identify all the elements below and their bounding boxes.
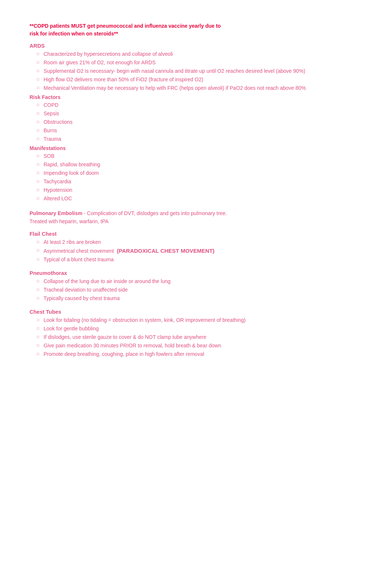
ards-heading: ARDS [30, 43, 362, 49]
list-item: Sepsis [37, 110, 362, 118]
list-item: Supplemental O2 is necessary- begin with… [37, 67, 362, 75]
manifestations-list: SOB Rapid, shallow breathing Impending l… [30, 152, 362, 203]
chest-tubes-bullets: Look for tidaling (no tidaling = obstruc… [30, 316, 362, 358]
risk-factors-list: COPD Sepsis Obstructions Burns Trauma [30, 101, 362, 143]
list-item: Mechanical Ventilation may be necessary … [37, 84, 362, 92]
list-item: Typical of a blunt chest trauma [37, 256, 362, 263]
flail-chest-bullets: At least 2 ribs are broken Asymmetrical … [30, 238, 362, 264]
top-note-line2: risk for infection when on steroids** [30, 30, 362, 38]
pneumothorax-heading: Pneumothorax [30, 270, 362, 276]
chest-tubes-section: Chest Tubes Look for tidaling (no tidali… [30, 309, 362, 358]
list-item: Obstructions [37, 118, 362, 126]
pneumothorax-section: Pneumothorax Collapse of the lung due to… [30, 270, 362, 302]
list-item: Rapid, shallow breathing [37, 161, 362, 169]
manifestations-heading: Manifestations [30, 145, 362, 151]
chest-tubes-heading: Chest Tubes [30, 309, 362, 315]
risk-factors-heading: Risk Factors [30, 94, 362, 100]
list-item: At least 2 ribs are broken [37, 238, 362, 246]
list-item: Characterized by hypersecretions and col… [37, 50, 362, 58]
list-item: SOB [37, 152, 362, 160]
list-item: If dislodges, use sterile gauze to cover… [37, 333, 362, 341]
list-item: Look for gentle bubbling [37, 325, 362, 333]
pulm-embolism-description: - Complication of DVT, dislodges and get… [84, 210, 227, 216]
list-item: Tracheal deviation to unaffected side [37, 286, 362, 294]
list-item: Hypotension [37, 186, 362, 194]
pneumothorax-bullets: Collapse of the lung due to air inside o… [30, 278, 362, 302]
pulmonary-embolism-section: Pulmonary Embolism - Complication of DVT… [30, 209, 362, 226]
list-item: Burns [37, 127, 362, 135]
list-item: Look for tidaling (no tidaling = obstruc… [37, 316, 362, 324]
list-item: Room air gives 21% of O2, not enough for… [37, 59, 362, 67]
list-item: Promote deep breathing, coughing, place … [37, 350, 362, 358]
list-item: Trauma [37, 135, 362, 143]
flail-chest-heading: Flail Chest [30, 231, 362, 237]
pulm-embolism-treatment: Treated with heparin, warfarin, tPA [30, 217, 362, 225]
ards-section: ARDS Characterized by hypersecretions an… [30, 43, 362, 203]
list-item: COPD [37, 101, 362, 109]
list-item: Altered LOC [37, 195, 362, 203]
pulm-embolism-line1: Pulmonary Embolism - Complication of DVT… [30, 209, 362, 217]
ards-bullets: Characterized by hypersecretions and col… [30, 50, 362, 92]
list-item-asymmetrical: Asymmetrical chest movement (PARADOXICAL… [37, 247, 362, 255]
asymmetrical-text: Asymmetrical chest movement [44, 247, 114, 255]
list-item: High flow O2 delivers more than 50% of F… [37, 76, 362, 84]
list-item: Impending look of doom [37, 169, 362, 177]
top-note-line1: **COPD patients MUST get pneumococcal an… [30, 22, 362, 30]
paradoxical-label: (PARADOXICAL CHEST MOVEMENT) [117, 247, 214, 255]
list-item: Give pain medication 30 minutes PRIOR to… [37, 342, 362, 350]
list-item: Collapse of the lung due to air inside o… [37, 278, 362, 285]
list-item: Tachycardia [37, 178, 362, 186]
list-item: Typically caused by chest trauma [37, 295, 362, 302]
top-note: **COPD patients MUST get pneumococcal an… [30, 22, 362, 38]
pulm-embolism-label: Pulmonary Embolism [30, 210, 82, 216]
flail-chest-section: Flail Chest At least 2 ribs are broken A… [30, 231, 362, 264]
